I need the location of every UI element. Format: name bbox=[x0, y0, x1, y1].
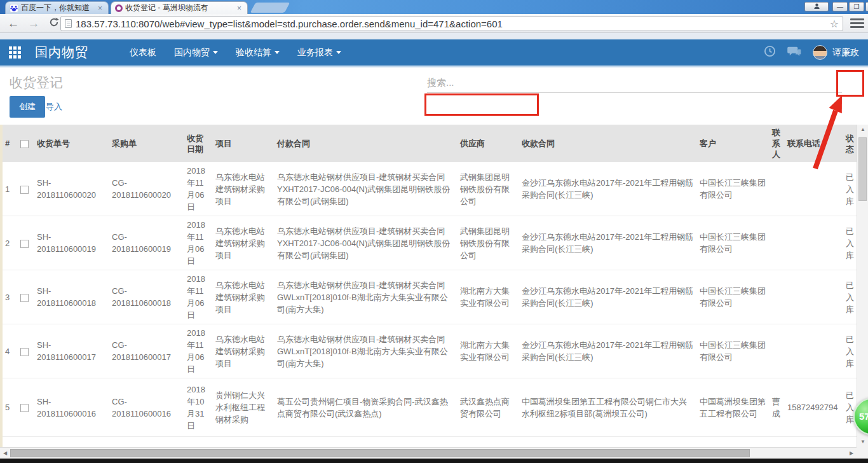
create-button[interactable]: 创建 bbox=[10, 96, 45, 118]
cell-payment_contract: 乌东德水电站钢材供应项目-建筑钢材买卖合同GWLxnT[2018]010f-B湖… bbox=[275, 324, 458, 378]
cell-num: 4 bbox=[3, 324, 18, 378]
chevron-down-icon bbox=[336, 51, 341, 54]
col-purchase-no[interactable]: 采购单 bbox=[109, 125, 184, 162]
cell-receipt_no: SH-2018110600018 bbox=[34, 270, 109, 324]
cell-receive_contract: 金沙江乌东德水电站2017年-2021年工程用钢筋采购合同(长江三峡) bbox=[519, 270, 697, 324]
col-project[interactable]: 项目 bbox=[213, 125, 275, 162]
import-link[interactable]: 导入 bbox=[46, 101, 62, 113]
cell-purchase_no: CG-2018110600017 bbox=[109, 324, 184, 378]
minimize-button[interactable]: — bbox=[832, 2, 848, 11]
app-brand[interactable]: 国内物贸 bbox=[35, 44, 88, 61]
forward-button[interactable]: → bbox=[25, 15, 42, 32]
col-phone[interactable]: 联系电话 bbox=[785, 125, 843, 162]
cell-date: 2018年11月06日 bbox=[184, 162, 213, 216]
menu-business-reports[interactable]: 业务报表 bbox=[291, 43, 348, 62]
col-status[interactable]: 状态 bbox=[843, 125, 857, 162]
row-checkbox[interactable] bbox=[20, 404, 29, 412]
scroll-down-icon[interactable]: ▼ bbox=[857, 437, 868, 447]
back-button[interactable]: ← bbox=[5, 15, 22, 32]
window-bottom-edge bbox=[0, 459, 868, 463]
cell-receive_contract: 金沙江乌东德水电站2017年-2021年工程用钢筋采购合同(长江三峡) bbox=[519, 216, 697, 270]
url-text: 183.57.73.110:8070/web#view_type=list&mo… bbox=[76, 18, 830, 29]
row-checkbox[interactable] bbox=[20, 240, 29, 248]
cell-num: 3 bbox=[3, 270, 18, 324]
select-all-checkbox[interactable] bbox=[20, 140, 29, 148]
vertical-scroll-thumb[interactable] bbox=[858, 137, 867, 201]
cell-date: 2018年11月06日 bbox=[184, 270, 213, 324]
table-header-row: # 收货单号 采购单 收货日期 项目 付款合同 供应商 收款合同 客户 联系人 … bbox=[3, 125, 857, 162]
cell-phone bbox=[785, 270, 843, 324]
browser-menu-icon[interactable] bbox=[850, 18, 864, 29]
menu-dashboard[interactable]: 仪表板 bbox=[123, 43, 163, 62]
cell-contact bbox=[770, 324, 785, 378]
badge-count: 57 bbox=[859, 411, 868, 422]
scroll-left-icon[interactable]: ◀ bbox=[0, 448, 10, 459]
tab-close-icon[interactable]: × bbox=[235, 4, 243, 13]
col-payment-contract[interactable]: 付款合同 bbox=[275, 125, 458, 162]
cell-receipt_no: SH-2018110600017 bbox=[34, 324, 109, 378]
table-row[interactable]: 3SH-2018110600018CG-20181106000182018年11… bbox=[3, 270, 857, 324]
menu-acceptance-settlement[interactable]: 验收结算 bbox=[229, 43, 286, 62]
cell-supplier: 湖北南方大集实业有限公司 bbox=[458, 324, 519, 378]
cell-project: 乌东德水电站建筑钢材采购项目 bbox=[213, 162, 275, 216]
cell-supplier: 武钢集团昆明钢铁股份有限公司 bbox=[458, 216, 519, 270]
cell-supplier: 武汉鑫热点商贸有限公司 bbox=[458, 378, 519, 437]
col-receive-contract[interactable]: 收款合同 bbox=[519, 125, 697, 162]
col-receipt-date[interactable]: 收货日期 bbox=[184, 125, 213, 162]
cell-customer: 中国长江三峡集团有限公司 bbox=[697, 216, 770, 270]
user-menu[interactable]: 谭廉政 bbox=[832, 47, 859, 59]
bookmark-star-icon[interactable]: ☆ bbox=[830, 18, 839, 30]
tab-close-icon[interactable]: × bbox=[96, 4, 104, 13]
scroll-right-icon[interactable]: ▶ bbox=[846, 448, 857, 459]
col-customer[interactable]: 客户 bbox=[697, 125, 770, 162]
cell-date: 2018年10月31日 bbox=[184, 378, 213, 437]
table-row[interactable]: 5SH-2018110600016CG-20181106000162018年10… bbox=[3, 378, 857, 437]
clock-icon[interactable] bbox=[764, 45, 776, 60]
scroll-up-icon[interactable]: ▲ bbox=[857, 125, 868, 135]
horizontal-scroll-thumb[interactable] bbox=[10, 449, 750, 457]
cell-checkbox bbox=[18, 270, 34, 324]
records-table: # 收货单号 采购单 收货日期 项目 付款合同 供应商 收款合同 客户 联系人 … bbox=[0, 125, 857, 463]
cell-receipt_no: SH-2018110600020 bbox=[34, 162, 109, 216]
cell-payment_contract: 乌东德水电站钢材供应项目-建筑钢材买卖合同YXHT2017-JC06-004(N… bbox=[275, 162, 458, 216]
new-tab-button[interactable] bbox=[250, 3, 290, 13]
maximize-button[interactable]: ❐ bbox=[849, 2, 864, 11]
cell-project: 乌东德水电站建筑钢材采购项目 bbox=[213, 324, 275, 378]
row-checkbox[interactable] bbox=[20, 186, 29, 194]
cell-checkbox bbox=[18, 378, 34, 437]
chevron-down-icon bbox=[275, 51, 280, 54]
browser-tab-active[interactable]: 收货登记 - 葛洲坝物流有 × bbox=[111, 1, 248, 14]
cell-project: 乌东德水电站建筑钢材采购项目 bbox=[213, 270, 275, 324]
cell-payment_contract: 乌东德水电站钢材供应项目-建筑钢材买卖合同GWLxnT[2018]010f-B湖… bbox=[275, 270, 458, 324]
cell-customer: 中国葛洲坝集团第五工程有限公司 bbox=[697, 378, 770, 437]
url-bar[interactable]: 183.57.73.110:8070/web#view_type=list&mo… bbox=[60, 16, 843, 31]
table-row[interactable]: 1SH-2018110600020CG-20181106000202018年11… bbox=[3, 162, 857, 216]
horizontal-scrollbar: ◀ ▶ bbox=[0, 447, 857, 459]
cell-contact: 曹成 bbox=[770, 378, 785, 437]
cell-receive_contract: 中国葛洲坝集团第五工程有限公司铜仁市大兴水利枢纽2标项目部(葛洲坝五公司) bbox=[519, 378, 697, 437]
col-contact[interactable]: 联系人 bbox=[770, 125, 785, 162]
cell-project: 乌东德水电站建筑钢材采购项目 bbox=[213, 216, 275, 270]
search-input[interactable] bbox=[427, 73, 842, 93]
page-title: 收货登记 bbox=[10, 74, 63, 92]
cell-receive_contract: 金沙江乌东德水电站2017年-2021年工程用钢筋采购合同(长江三峡) bbox=[519, 324, 697, 378]
col-supplier[interactable]: 供应商 bbox=[458, 125, 519, 162]
table-row[interactable]: 4SH-2018110600017CG-20181106000172018年11… bbox=[3, 324, 857, 378]
cell-phone bbox=[785, 324, 843, 378]
browser-tab-baidu[interactable]: 百度一下，你就知道 × bbox=[5, 1, 109, 14]
row-checkbox[interactable] bbox=[20, 348, 29, 356]
menu-domestic-trade[interactable]: 国内物贸 bbox=[168, 43, 224, 62]
apps-grid-icon[interactable] bbox=[9, 46, 21, 59]
user-avatar[interactable] bbox=[813, 45, 827, 60]
chevron-down-icon bbox=[213, 51, 218, 54]
cell-phone: 15872492794 bbox=[785, 378, 843, 437]
row-checkbox[interactable] bbox=[20, 294, 29, 302]
profile-button[interactable] bbox=[804, 2, 829, 11]
cell-customer: 中国长江三峡集团有限公司 bbox=[697, 270, 770, 324]
col-receipt-no[interactable]: 收货单号 bbox=[34, 125, 109, 162]
chat-icon[interactable] bbox=[787, 46, 801, 60]
table-row[interactable]: 2SH-2018110600019CG-20181106000192018年11… bbox=[3, 216, 857, 270]
cell-contact bbox=[770, 216, 785, 270]
tab-title: 收货登记 - 葛洲坝物流有 bbox=[125, 3, 233, 13]
close-button[interactable]: × bbox=[865, 2, 868, 11]
